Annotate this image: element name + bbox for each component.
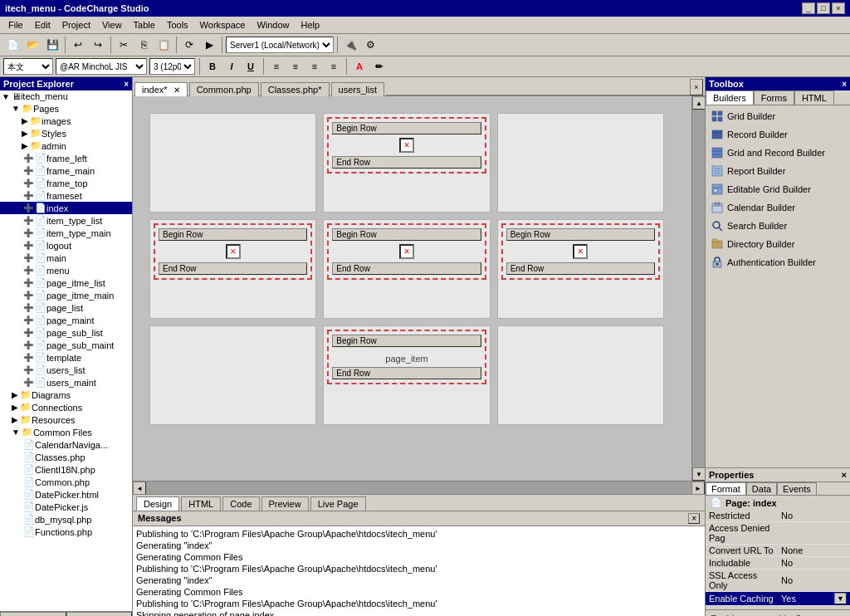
highlight-button[interactable]: ✏ <box>370 58 387 75</box>
authentication-builder-item[interactable]: Authentication Builder <box>707 253 848 271</box>
tree-pages-folder[interactable]: ▼ 📁 Pages <box>0 102 132 115</box>
events-tab[interactable]: Events <box>777 482 817 495</box>
tree-page-maint[interactable]: ➕ 📄 page_maint <box>0 314 132 326</box>
builders-tab[interactable]: Builders <box>706 90 754 105</box>
grid-builder-item[interactable]: Grid Builder <box>707 107 848 125</box>
tab-users-list[interactable]: users_list <box>331 82 384 96</box>
tree-resources[interactable]: ▶ 📁 Resources <box>0 413 132 426</box>
tree-functions-php[interactable]: 📄 Functions.php <box>0 526 132 538</box>
toolbox-close-btn[interactable]: × <box>842 80 847 89</box>
tab-index[interactable]: index* ✕ <box>134 82 188 96</box>
report-builder-item[interactable]: Report Builder <box>707 162 848 180</box>
vertical-scrollbar[interactable]: ▲ ▼ <box>691 96 705 481</box>
font-color-button[interactable]: A <box>351 58 368 75</box>
editor-close-btn[interactable]: × <box>690 79 703 95</box>
tab-classes-php[interactable]: Classes.php* <box>261 82 330 96</box>
x-delete-btn-2-2[interactable]: × <box>399 244 414 259</box>
forms-tab[interactable]: Forms <box>754 90 794 105</box>
menu-file[interactable]: File <box>3 18 28 32</box>
minimize-button[interactable]: _ <box>802 2 815 14</box>
tree-common-files[interactable]: ▼ 📁 Common Files <box>0 426 132 438</box>
tree-template[interactable]: ➕ 📄 template <box>0 351 132 364</box>
save-button[interactable]: 💾 <box>43 36 61 54</box>
connect-button[interactable]: 🔌 <box>341 36 359 54</box>
files-tab-btn[interactable]: Files <box>66 612 133 616</box>
tree-item-type-list[interactable]: ➕ 📄 item_type_list <box>0 214 132 227</box>
menu-window[interactable]: Window <box>252 18 294 32</box>
scroll-down-btn[interactable]: ▼ <box>692 467 705 481</box>
cut-button[interactable]: ✂ <box>115 36 133 54</box>
scroll-left-btn[interactable]: ◄ <box>133 482 146 495</box>
tree-datepicker-js[interactable]: 📄 DatePicker.js <box>0 501 132 513</box>
tree-calendar-naviga[interactable]: 📄 CalendarNaviga... <box>0 438 132 451</box>
tree-datepicker-html[interactable]: 📄 DatePicker.html <box>0 488 132 501</box>
pages-tab-btn[interactable]: Pages <box>0 612 66 616</box>
tree-images[interactable]: ▶ 📁 images <box>0 115 132 127</box>
tree-page-sub-maint[interactable]: ➕ 📄 page_sub_maint <box>0 339 132 351</box>
code-tab[interactable]: Code <box>222 496 259 511</box>
align-justify-button[interactable]: ≡ <box>325 58 342 75</box>
menu-help[interactable]: Help <box>296 18 325 32</box>
tree-frame-left[interactable]: ➕ 📄 frame_left <box>0 152 132 164</box>
data-tab[interactable]: Data <box>746 482 777 495</box>
tree-page-itme-main[interactable]: ➕ 📄 page_itme_main <box>0 289 132 301</box>
menu-view[interactable]: View <box>97 18 127 32</box>
tree-styles[interactable]: ▶ 📁 Styles <box>0 127 132 139</box>
horizontal-scrollbar[interactable]: ◄ ► <box>133 481 705 494</box>
editor-scroll-area[interactable]: Begin Row × End Row <box>133 96 691 481</box>
tree-classes-php[interactable]: 📄 Classes.php <box>0 451 132 463</box>
redo-button[interactable]: ↪ <box>89 36 107 54</box>
font-select[interactable]: @AR MinchoL JIS <box>56 58 147 75</box>
tree-page-itme-list[interactable]: ➕ 📄 page_itme_list <box>0 276 132 289</box>
tree-clientI18N[interactable]: 📄 ClientI18N.php <box>0 463 132 476</box>
tree-connections[interactable]: ▶ 📁 Connections <box>0 401 132 413</box>
paste-button[interactable]: 📋 <box>154 36 173 54</box>
html-toolbox-tab[interactable]: HTML <box>794 90 834 105</box>
italic-button[interactable]: I <box>223 58 240 75</box>
tree-diagrams[interactable]: ▶ 📁 Diagrams <box>0 389 132 401</box>
scroll-up-btn[interactable]: ▲ <box>692 96 705 110</box>
format-tab[interactable]: Format <box>706 482 746 495</box>
properties-close-btn[interactable]: × <box>842 470 847 480</box>
menu-tools[interactable]: Tools <box>162 18 193 32</box>
tree-index[interactable]: ➕ 📄 index <box>0 202 132 214</box>
editable-grid-builder-item[interactable]: Editable Grid Builder <box>707 180 848 198</box>
tree-frame-top[interactable]: ➕ 📄 frame_top <box>0 177 132 189</box>
tree-db-mysql[interactable]: 📄 db_mysql.php <box>0 513 132 526</box>
new-button[interactable]: 📄 <box>3 36 22 54</box>
tree-item-type-main[interactable]: ➕ 📄 item_type_main <box>0 227 132 239</box>
caching-dropdown[interactable]: Yes ▼ <box>781 593 847 604</box>
preview-tab[interactable]: Preview <box>261 496 309 511</box>
menu-workspace[interactable]: Workspace <box>195 18 251 32</box>
tree-page-sub-list[interactable]: ➕ 📄 page_sub_list <box>0 326 132 339</box>
search-builder-item[interactable]: Search Builder <box>707 217 848 235</box>
grid-record-builder-item[interactable]: Grid and Record Builder <box>707 144 848 162</box>
size-select[interactable]: 3 (12p0) <box>149 58 195 75</box>
config-button[interactable]: ⚙ <box>361 36 379 54</box>
tree-root[interactable]: ▼ 🖥 itech_menu <box>0 90 132 102</box>
messages-close-btn[interactable]: × <box>688 513 700 524</box>
tree-common-php[interactable]: 📄 Common.php <box>0 476 132 488</box>
x-delete-btn-2-1[interactable]: × <box>226 244 241 259</box>
tab-common-php[interactable]: Common.php <box>189 82 259 96</box>
tree-logout[interactable]: ➕ 📄 logout <box>0 239 132 252</box>
refresh-button[interactable]: ⟳ <box>180 36 198 54</box>
tree-users-list[interactable]: ➕ 📄 users_list <box>0 364 132 376</box>
design-tab[interactable]: Design <box>136 496 179 511</box>
scroll-right-btn[interactable]: ► <box>691 482 705 495</box>
html-tab[interactable]: HTML <box>181 496 221 511</box>
tree-menu[interactable]: ➕ 📄 menu <box>0 264 132 276</box>
tree-main[interactable]: ➕ 📄 main <box>0 252 132 264</box>
align-right-button[interactable]: ≡ <box>306 58 323 75</box>
publish-button[interactable]: ▶ <box>200 36 218 54</box>
align-center-button[interactable]: ≡ <box>287 58 304 75</box>
close-button[interactable]: × <box>832 2 845 14</box>
tree-users-maint[interactable]: ➕ 📄 users_maint <box>0 376 132 389</box>
maximize-button[interactable]: □ <box>817 2 830 14</box>
tree-frame-main[interactable]: ➕ 📄 frame_main <box>0 164 132 177</box>
style-select[interactable]: 本文 <box>3 58 53 75</box>
tree-page-list[interactable]: ➕ 📄 page_list <box>0 301 132 314</box>
project-tree[interactable]: ▼ 🖥 itech_menu ▼ 📁 Pages ▶ 📁 images ▶ 📁 … <box>0 90 132 611</box>
x-delete-btn-1-2[interactable]: × <box>399 138 414 153</box>
underline-button[interactable]: U <box>242 58 259 75</box>
